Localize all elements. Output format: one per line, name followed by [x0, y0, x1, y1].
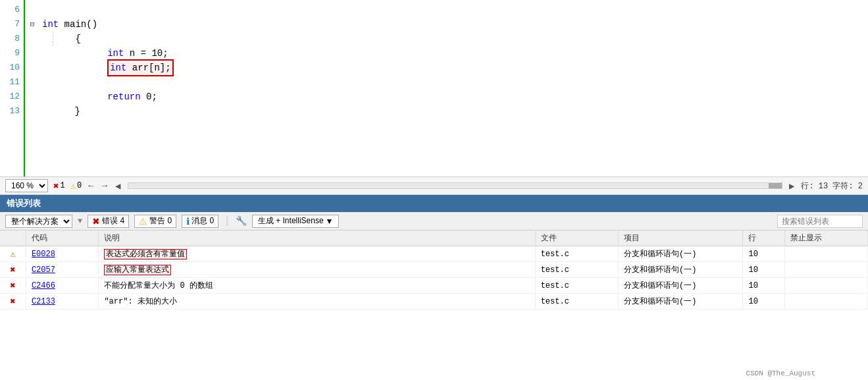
row-project-cell: 分支和循环语句(一): [618, 278, 742, 294]
row-code-cell: C2133: [26, 294, 99, 310]
row-project-cell: 分支和循环语句(一): [618, 262, 742, 278]
col-header-file[interactable]: 文件: [535, 231, 618, 246]
code-line-13: }: [39, 104, 868, 119]
error-icon: ✖: [53, 180, 59, 192]
table-row[interactable]: ✖C2133"arr": 未知的大小test.c分支和循环语句(一)10: [0, 294, 868, 310]
error-filter-icon: ✖: [92, 216, 100, 227]
row-desc-cell: 不能分配常量大小为 0 的数组: [99, 278, 535, 294]
error-badge: ✖ 1: [53, 180, 65, 192]
gutter: ⊟: [25, 0, 39, 176]
col-header-line[interactable]: 行: [743, 231, 784, 246]
warning-filter-icon: ⚠: [139, 216, 147, 227]
code-line-7: int main(): [39, 17, 868, 32]
error-search-input[interactable]: [777, 215, 863, 228]
col-header-icon[interactable]: [0, 231, 26, 246]
col-header-project[interactable]: 项目: [618, 231, 742, 246]
warning-badge: ⚠ 0: [70, 180, 82, 192]
build-filter-icon: 🔧: [236, 215, 247, 227]
row-icon-cell: ✖: [0, 262, 26, 278]
status-bar: 160 % 100 % 125 % 150 % ✖ 1 ⚠ 0 ← → ◀ ▶ …: [0, 176, 868, 195]
line-numbers: 6 7 8 9 10 11 12 13: [0, 0, 25, 176]
row-file-cell: test.c: [535, 278, 618, 294]
error-filter-button[interactable]: ✖ 错误 4: [88, 215, 129, 228]
message-filter-label: 消息 0: [191, 215, 214, 227]
horizontal-scrollbar[interactable]: [128, 182, 782, 189]
table-row[interactable]: ⚠E0028表达式必须含有常量值test.c分支和循环语句(一)10: [0, 246, 868, 262]
row-icon-cell: ⚠: [0, 246, 26, 262]
row-line-cell: 10: [743, 246, 784, 262]
highlighted-desc: 表达式必须含有常量值: [104, 249, 187, 259]
row-line-cell: 10: [743, 278, 784, 294]
nav-left-button[interactable]: ◀: [114, 180, 122, 192]
build-dropdown-icon: ▼: [326, 217, 334, 226]
col-header-desc[interactable]: 说明: [99, 231, 535, 246]
col-header-code[interactable]: 代码: [26, 231, 99, 246]
row-code-cell: C2057: [26, 262, 99, 278]
error-code-link[interactable]: E0028: [32, 250, 55, 259]
row-file-cell: test.c: [535, 246, 618, 262]
watermark: CSDN @The_August: [746, 369, 815, 377]
nav-right-button[interactable]: ▶: [788, 180, 796, 192]
row-suppress-cell: [784, 294, 867, 310]
zoom-selector[interactable]: 160 % 100 % 125 % 150 %: [5, 179, 48, 192]
highlighted-desc: 应输入常量表达式: [104, 265, 171, 275]
table-row[interactable]: ✖C2466不能分配常量大小为 0 的数组test.c分支和循环语句(一)10: [0, 278, 868, 294]
code-lines[interactable]: int main() { int n = 10; int arr[n]; ret…: [39, 0, 868, 176]
message-filter-button[interactable]: ℹ 消息 0: [182, 215, 218, 228]
warning-row-icon: ⚠: [10, 249, 15, 259]
error-filter-label: 错误 4: [102, 215, 124, 227]
warning-count: 0: [77, 181, 82, 190]
code-line-12: return 0;: [39, 90, 868, 104]
error-table: 代码 说明 文件 项目 行 禁止显示 ⚠E0028表达式必须含有常量值test.…: [0, 231, 868, 310]
nav-forward-button[interactable]: →: [101, 180, 109, 191]
col-header-suppress[interactable]: 禁止显示: [784, 231, 867, 246]
row-code-cell: E0028: [26, 246, 99, 262]
build-intellisense-button[interactable]: 生成 + IntelliSense ▼: [252, 215, 340, 228]
code-editor[interactable]: 6 7 8 9 10 11 12 13 ⊟ int main() { int n…: [0, 0, 868, 176]
error-row-icon: ✖: [10, 296, 15, 307]
scope-selector[interactable]: 整个解决方案: [5, 215, 72, 228]
message-filter-icon: ℹ: [186, 216, 190, 227]
row-project-cell: 分支和循环语句(一): [618, 294, 742, 310]
warning-icon: ⚠: [70, 180, 76, 192]
code-line-6: [39, 3, 868, 17]
row-suppress-cell: [784, 246, 867, 262]
error-code-link[interactable]: C2133: [32, 297, 55, 306]
code-line-8: {: [39, 32, 868, 46]
row-suppress-cell: [784, 262, 867, 278]
row-desc-cell: "arr": 未知的大小: [99, 294, 535, 310]
row-line-cell: 10: [743, 262, 784, 278]
row-file-cell: test.c: [535, 262, 618, 278]
warning-filter-button[interactable]: ⚠ 警告 0: [134, 215, 176, 228]
table-row[interactable]: ✖C2057应输入常量表达式test.c分支和循环语句(一)10: [0, 262, 868, 278]
row-suppress-cell: [784, 278, 867, 294]
error-panel-header: 错误列表: [0, 195, 868, 212]
nav-back-button[interactable]: ←: [87, 180, 95, 191]
build-intellisense-label: 生成 + IntelliSense: [258, 215, 324, 227]
row-icon-cell: ✖: [0, 294, 26, 310]
cursor-position: 行: 13 字符: 2: [801, 180, 863, 192]
row-desc-cell: 表达式必须含有常量值: [99, 246, 535, 262]
row-code-cell: C2466: [26, 278, 99, 294]
error-panel-toolbar: 整个解决方案 ▼ ✖ 错误 4 ⚠ 警告 0 ℹ 消息 0 | 🔧 生成 + I…: [0, 212, 868, 231]
code-line-10: int arr[n];: [39, 61, 868, 75]
row-file-cell: test.c: [535, 294, 618, 310]
error-code-link[interactable]: C2466: [32, 281, 55, 290]
scrollbar-thumb: [769, 183, 782, 188]
error-panel-title: 错误列表: [7, 198, 41, 209]
error-count: 1: [60, 181, 64, 190]
row-desc-cell: 应输入常量表达式: [99, 262, 535, 278]
warning-filter-label: 警告 0: [149, 215, 172, 227]
code-line-9: int n = 10;: [39, 46, 868, 61]
error-code-link[interactable]: C2057: [32, 265, 55, 275]
row-project-cell: 分支和循环语句(一): [618, 246, 742, 262]
row-line-cell: 10: [743, 294, 784, 310]
code-line-11: [39, 75, 868, 90]
table-header-row: 代码 说明 文件 项目 行 禁止显示: [0, 231, 868, 246]
error-row-icon: ✖: [10, 281, 15, 291]
error-row-icon: ✖: [10, 265, 15, 275]
row-icon-cell: ✖: [0, 278, 26, 294]
